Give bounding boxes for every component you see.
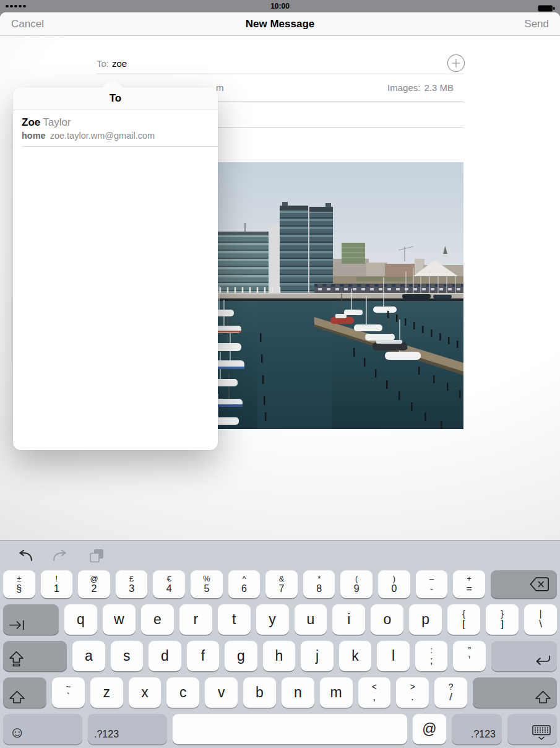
key-o[interactable]: o bbox=[371, 604, 403, 635]
key-shift-right[interactable] bbox=[473, 677, 557, 708]
field-separator bbox=[97, 74, 463, 74]
key-dismiss-keyboard[interactable] bbox=[507, 714, 557, 744]
key-caps-lock[interactable] bbox=[3, 641, 67, 671]
contact-last-name: Taylor bbox=[43, 116, 71, 128]
key-m[interactable]: m bbox=[320, 677, 353, 708]
key-s[interactable]: s bbox=[111, 641, 144, 671]
key-z[interactable]: z bbox=[90, 677, 123, 708]
key-p[interactable]: p bbox=[409, 604, 442, 635]
images-label: Images: bbox=[387, 82, 420, 93]
to-field-value: zoe bbox=[112, 58, 127, 69]
key-grave[interactable]: ~` bbox=[52, 677, 85, 708]
popover-title: To bbox=[13, 87, 218, 110]
key-at[interactable]: @ bbox=[413, 714, 446, 744]
images-size-info: Images: 2.3 MB bbox=[387, 82, 454, 93]
key-section[interactable]: ±§ bbox=[3, 570, 35, 598]
key-semicolon[interactable]: :; bbox=[415, 641, 448, 671]
keyboard-row-2: qwertyuiop{[}]|\ bbox=[0, 604, 560, 635]
key-v[interactable]: v bbox=[205, 677, 238, 708]
key-bracket-left[interactable]: {[ bbox=[447, 604, 480, 635]
keyboard-row-4: ~`zxcvbnm<,>.?/ bbox=[0, 677, 560, 708]
compose-navbar: Cancel New Message Send bbox=[0, 12, 560, 36]
key-i[interactable]: i bbox=[332, 604, 365, 635]
keyboard-row-1: ±§!1@2£3€4%5^6&7*8(9)0–-+= bbox=[0, 570, 560, 598]
key-period[interactable]: >. bbox=[396, 677, 429, 708]
key-apostrophe[interactable]: ”’ bbox=[453, 641, 486, 671]
contact-name: ZoeTaylor bbox=[22, 116, 209, 129]
key-bracket-right[interactable]: }] bbox=[486, 604, 519, 635]
key-u[interactable]: u bbox=[295, 604, 327, 635]
key-return[interactable] bbox=[491, 641, 557, 671]
key-shift-left[interactable] bbox=[3, 677, 46, 708]
keyboard-row-3: asdfghjkl:;”’ bbox=[0, 641, 560, 671]
key-8[interactable]: *8 bbox=[303, 570, 335, 598]
key-c[interactable]: c bbox=[166, 677, 199, 708]
key-equals[interactable]: += bbox=[453, 570, 485, 598]
key-j[interactable]: j bbox=[301, 641, 334, 671]
status-bar: 10:00 bbox=[0, 0, 560, 12]
key-numbers-left[interactable]: .?123 bbox=[88, 714, 167, 744]
key-tab[interactable] bbox=[3, 604, 59, 635]
key-6[interactable]: ^6 bbox=[228, 570, 261, 598]
mail-compose-screen: 10:00 Cancel New Message Send To: zoe m … bbox=[0, 0, 560, 748]
key-l[interactable]: l bbox=[377, 641, 410, 671]
status-time: 10:00 bbox=[0, 0, 560, 12]
key-3[interactable]: £3 bbox=[116, 570, 148, 598]
key-a[interactable]: a bbox=[72, 641, 105, 671]
key-slash[interactable]: ?/ bbox=[434, 677, 467, 708]
contact-email: zoe.taylor.wm@gmail.com bbox=[50, 131, 155, 141]
key-d[interactable]: d bbox=[149, 641, 181, 671]
images-value: 2.3 MB bbox=[424, 82, 454, 93]
key-backspace[interactable] bbox=[491, 570, 557, 598]
to-field[interactable]: To: zoe bbox=[97, 53, 463, 74]
contact-suggestion-row[interactable]: ZoeTaylor homezoe.taylor.wm@gmail.com bbox=[22, 110, 218, 147]
key-numbers-right[interactable]: .?123 bbox=[452, 714, 502, 744]
send-button[interactable]: Send bbox=[524, 12, 549, 35]
key-q[interactable]: q bbox=[64, 604, 97, 635]
key-9[interactable]: (9 bbox=[340, 570, 373, 598]
key-w[interactable]: w bbox=[103, 604, 136, 635]
key-2[interactable]: @2 bbox=[78, 570, 110, 598]
page-title: New Message bbox=[0, 12, 560, 35]
key-emoji[interactable]: ☺ bbox=[3, 714, 82, 744]
key-k[interactable]: k bbox=[339, 641, 372, 671]
key-7[interactable]: &7 bbox=[265, 570, 298, 598]
add-contact-button[interactable] bbox=[447, 54, 465, 74]
key-x[interactable]: x bbox=[129, 677, 162, 708]
redo-icon[interactable] bbox=[53, 550, 69, 563]
key-n[interactable]: n bbox=[282, 677, 314, 708]
key-b[interactable]: b bbox=[243, 677, 276, 708]
key-backslash[interactable]: |\ bbox=[524, 604, 557, 635]
key-g[interactable]: g bbox=[225, 641, 257, 671]
key-t[interactable]: t bbox=[218, 604, 251, 635]
contact-email-line: homezoe.taylor.wm@gmail.com bbox=[22, 131, 209, 141]
key-dash[interactable]: –- bbox=[416, 570, 448, 598]
key-f[interactable]: f bbox=[187, 641, 220, 671]
key-4[interactable]: €4 bbox=[153, 570, 185, 598]
key-space[interactable] bbox=[173, 714, 407, 744]
key-0[interactable]: )0 bbox=[378, 570, 410, 598]
popover-arrow bbox=[102, 79, 123, 87]
to-field-label: To: bbox=[97, 58, 109, 69]
contact-first-name: Zoe bbox=[22, 116, 40, 128]
key-y[interactable]: y bbox=[256, 604, 289, 635]
key-h[interactable]: h bbox=[263, 641, 296, 671]
cc-row-text-fragment: m bbox=[216, 82, 224, 93]
key-e[interactable]: e bbox=[141, 604, 174, 635]
keyboard-shortcut-bar bbox=[0, 541, 560, 570]
key-5[interactable]: %5 bbox=[191, 570, 223, 598]
keyboard-row-5: ☺.?123@.?123 bbox=[0, 714, 560, 744]
key-comma[interactable]: <, bbox=[358, 677, 391, 708]
contact-email-label: home bbox=[22, 131, 46, 141]
key-r[interactable]: r bbox=[179, 604, 212, 635]
key-1[interactable]: !1 bbox=[41, 570, 73, 598]
onscreen-keyboard: ±§!1@2£3€4%5^6&7*8(9)0–-+=qwertyuiop{[}]… bbox=[0, 540, 560, 748]
contact-suggestions-popover: To ZoeTaylor homezoe.taylor.wm@gmail.com bbox=[13, 87, 218, 450]
undo-icon[interactable] bbox=[16, 550, 33, 563]
paste-icon[interactable] bbox=[89, 549, 104, 563]
